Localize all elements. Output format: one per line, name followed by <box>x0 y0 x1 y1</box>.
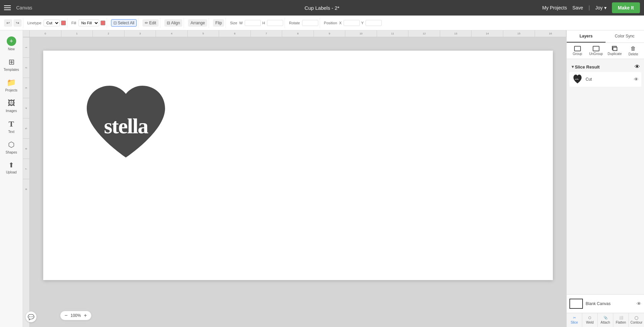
chevron-down-icon: ▾ <box>604 5 607 10</box>
undo-button[interactable]: ↩ <box>4 19 12 27</box>
delete-button[interactable]: 🗑 Delete <box>624 44 643 57</box>
ruler-tick-0: 0 <box>30 30 61 37</box>
slice-result-visibility[interactable]: 👁 <box>635 64 640 70</box>
layer-eye-icon[interactable]: 👁 <box>634 77 639 82</box>
ruler-tick-9: 9 <box>314 30 346 37</box>
flip-group: Flip <box>212 18 226 28</box>
flip-button[interactable]: Flip <box>213 19 224 27</box>
ruler-v-tick-2: 2 <box>23 57 29 78</box>
zoom-value: 100% <box>70 313 82 318</box>
arrange-label: Arrange <box>190 21 205 25</box>
sidebar-new-label: New <box>8 47 15 51</box>
ruler-v-inner: 1 2 3 4 5 6 7 8 <box>23 37 29 199</box>
ungroup-icon <box>593 46 599 51</box>
linetype-select[interactable]: Cut <box>44 20 60 26</box>
fill-color-box[interactable] <box>101 21 105 25</box>
rotate-group: Rotate <box>288 18 320 28</box>
align-icon: ⊟ <box>167 21 170 25</box>
sidebar-item-images[interactable]: 🖼 Images <box>0 96 23 116</box>
select-all-button[interactable]: ⊡ Select All <box>111 19 137 27</box>
sidebar-item-shapes[interactable]: ⬡ Shapes <box>0 137 23 158</box>
edit-button[interactable]: ✏ Edit <box>142 19 159 27</box>
ruler-tick-12: 12 <box>408 30 440 37</box>
slice-icon: ✂ <box>573 316 576 320</box>
blank-canvas-eye[interactable]: 👁 <box>637 301 641 306</box>
ruler-tick-2: 2 <box>93 30 125 37</box>
tab-color-sync[interactable]: Color Sync <box>606 30 644 43</box>
attach-button[interactable]: 📎 Attach <box>598 313 613 327</box>
white-canvas: stella <box>43 51 553 280</box>
x-label: X <box>339 21 342 25</box>
height-input[interactable] <box>267 20 283 26</box>
arrange-button[interactable]: Arrange <box>188 19 207 27</box>
my-projects-link[interactable]: My Projects <box>542 5 567 10</box>
zoom-in-button[interactable]: + <box>84 312 87 319</box>
tab-layers[interactable]: Layers <box>567 30 606 43</box>
zoom-out-button[interactable]: − <box>64 312 68 319</box>
delete-icon: 🗑 <box>630 46 636 52</box>
slice-result-header[interactable]: ▼ Slice Result 👁 <box>569 62 641 72</box>
weld-label: Weld <box>586 321 594 324</box>
group-button[interactable]: Group <box>568 44 587 57</box>
align-group: ⊟ Align <box>163 18 184 28</box>
layer-item-cut[interactable]: stella Cut 👁 <box>569 72 641 87</box>
ruler-tick-11: 11 <box>377 30 409 37</box>
select-all-group: ⊡ Select All <box>110 18 138 28</box>
heart-container[interactable]: stella <box>77 78 175 172</box>
slice-button[interactable]: ✂ Slice <box>567 313 582 327</box>
y-label: Y <box>361 21 364 25</box>
y-input[interactable] <box>366 20 382 26</box>
ruler-tick-4: 4 <box>156 30 188 37</box>
sidebar-item-upload[interactable]: ⬆ Upload <box>0 158 23 178</box>
right-panel-bottom: Blank Canvas 👁 <box>567 294 644 313</box>
ruler-tick-8: 8 <box>282 30 314 37</box>
ruler-tick-5: 5 <box>188 30 219 37</box>
rotate-label: Rotate <box>289 21 300 25</box>
linetype-label: Linetype <box>27 21 42 25</box>
sidebar-item-projects[interactable]: 📁 Projects <box>0 75 23 96</box>
ruler-h-inner: 0 1 2 3 4 5 6 7 8 9 10 11 12 13 <box>30 30 566 37</box>
width-input[interactable] <box>245 20 261 26</box>
weld-button[interactable]: ⬡ Weld <box>582 313 598 327</box>
select-all-icon: ⊡ <box>113 21 117 25</box>
x-input[interactable] <box>344 20 360 26</box>
canvas-scroll-area[interactable]: stella <box>30 37 566 327</box>
chat-icon[interactable]: 💬 <box>26 311 36 322</box>
ruler-top-row: 0 1 2 3 4 5 6 7 8 9 10 11 12 13 <box>23 30 566 37</box>
sidebar-item-templates[interactable]: ⊞ Templates <box>0 54 23 75</box>
ruler-container: 0 1 2 3 4 5 6 7 8 9 10 11 12 13 <box>23 30 566 327</box>
duplicate-icon <box>611 46 618 51</box>
weld-icon: ⬡ <box>588 316 591 320</box>
layers-panel: ▼ Slice Result 👁 stella Cut 👁 <box>567 59 644 294</box>
ruler-tick-16: 16 <box>535 30 567 37</box>
contour-icon: ◯ <box>635 316 638 320</box>
menu-icon[interactable] <box>4 5 11 10</box>
linetype-group: Linetype Cut <box>26 18 68 28</box>
redo-button[interactable]: ↪ <box>14 19 22 27</box>
sidebar-item-new[interactable]: + New <box>0 33 23 54</box>
rotate-input[interactable] <box>302 20 318 26</box>
sidebar-shapes-label: Shapes <box>6 151 17 154</box>
ruler-tick-6: 6 <box>219 30 251 37</box>
ungroup-button[interactable]: UnGroup <box>587 44 605 57</box>
contour-label: Contour <box>630 321 643 324</box>
make-it-button[interactable]: Make It <box>612 2 640 13</box>
ruler-corner <box>23 30 30 37</box>
sidebar-item-text[interactable]: T Text <box>0 116 23 137</box>
duplicate-button[interactable]: Duplicate <box>606 44 624 57</box>
fill-select[interactable]: No Fill <box>78 20 99 26</box>
ruler-tick-15: 15 <box>503 30 535 37</box>
save-button[interactable]: Save <box>572 5 583 10</box>
fill-label: Fill <box>72 21 76 25</box>
flatten-button[interactable]: ⬜ Flatten <box>613 313 629 327</box>
ruler-body: 1 2 3 4 5 6 7 8 <box>23 37 566 327</box>
attach-label: Attach <box>600 321 610 324</box>
ruler-tick-13: 13 <box>440 30 472 37</box>
header: Canvas Cup Labels - 2* My Projects Save … <box>0 0 644 16</box>
contour-button[interactable]: ◯ Contour <box>629 313 644 327</box>
linetype-color-box[interactable] <box>61 21 66 25</box>
canvas-label: Canvas <box>16 5 32 10</box>
undo-redo-group: ↩ ↪ <box>3 18 23 28</box>
align-button[interactable]: ⊟ Align <box>164 19 183 27</box>
user-menu[interactable]: Joy ▾ <box>595 5 607 10</box>
